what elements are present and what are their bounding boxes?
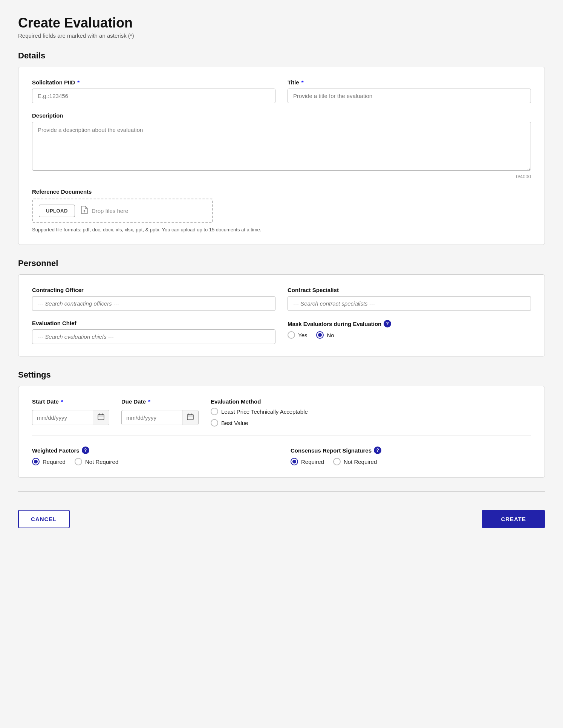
description-row: Description 0/4000	[32, 112, 531, 179]
evaluation-method-col: Evaluation Method Least Price Technicall…	[211, 398, 531, 427]
due-date-col: Due Date *	[121, 398, 199, 427]
start-date-required-star: *	[60, 398, 63, 405]
piid-required-star: *	[76, 79, 80, 86]
consensus-report-col: Consensus Report Signatures ? Required N…	[291, 447, 531, 465]
settings-top-row: Start Date * Due Date *	[32, 398, 531, 427]
weighted-required-option[interactable]: Required	[32, 458, 66, 465]
upload-drop-zone[interactable]: UPLOAD Drop files here	[32, 199, 213, 223]
weighted-factors-col: Weighted Factors ? Required Not Required	[32, 447, 272, 465]
consensus-report-help-icon[interactable]: ?	[374, 447, 381, 454]
settings-section-title: Settings	[18, 370, 545, 380]
title-input[interactable]	[288, 89, 531, 103]
due-date-input[interactable]	[122, 411, 182, 425]
contracting-officer-label: Contracting Officer	[32, 287, 275, 293]
details-section-title: Details	[18, 51, 545, 61]
details-card: Solicitation PIID * Title * Description …	[18, 67, 545, 245]
supported-formats-text: Supported file formats: pdf, doc, docx, …	[32, 227, 531, 232]
evaluation-chief-input[interactable]	[32, 329, 275, 344]
footer-divider	[18, 491, 545, 492]
start-date-calendar-button[interactable]	[93, 410, 109, 425]
mask-evaluators-radio-group: Yes No	[288, 331, 531, 339]
consensus-required-option[interactable]: Required	[291, 458, 324, 465]
due-date-required-star: *	[147, 398, 150, 405]
weighted-factors-help-icon[interactable]: ?	[82, 447, 89, 454]
description-textarea[interactable]	[32, 122, 531, 171]
officer-specialist-row: Contracting Officer Contract Specialist	[32, 287, 531, 311]
consensus-report-label: Consensus Report Signatures ?	[291, 447, 531, 454]
consensus-not-required-radio-circle[interactable]	[333, 458, 341, 465]
mask-evaluators-label: Mask Evaluators during Evaluation ?	[288, 320, 531, 327]
create-button[interactable]: CREATE	[482, 510, 545, 528]
contract-specialist-label: Contract Specialist	[288, 287, 531, 293]
drop-files-text: Drop files here	[92, 208, 129, 214]
description-label: Description	[32, 112, 531, 119]
title-required-star: *	[300, 79, 304, 86]
cancel-button[interactable]: CANCEL	[18, 510, 70, 528]
weighted-required-radio-circle[interactable]	[32, 458, 40, 465]
start-date-input[interactable]	[32, 411, 93, 425]
eval-best-value-radio-circle[interactable]	[211, 419, 218, 427]
title-label: Title *	[288, 79, 531, 86]
start-date-col: Start Date *	[32, 398, 109, 427]
evaluation-chief-label: Evaluation Chief	[32, 320, 275, 326]
mask-evaluators-no-option[interactable]: No	[316, 331, 334, 339]
start-date-input-wrap	[32, 410, 109, 425]
reference-documents-section: Reference Documents UPLOAD Drop files he…	[32, 188, 531, 232]
eval-method-lpta-option[interactable]: Least Price Technically Acceptable	[211, 408, 531, 415]
weighted-factors-label: Weighted Factors ?	[32, 447, 272, 454]
consensus-not-required-option[interactable]: Not Required	[333, 458, 377, 465]
weighted-not-required-option[interactable]: Not Required	[75, 458, 118, 465]
evaluation-chief-col: Evaluation Chief	[32, 320, 275, 344]
solicitation-piid-input[interactable]	[32, 89, 275, 103]
weighted-not-required-radio-circle[interactable]	[75, 458, 82, 465]
due-date-label: Due Date *	[121, 398, 199, 405]
eval-best-value-label: Best Value	[221, 420, 248, 426]
eval-lpta-radio-circle[interactable]	[211, 408, 218, 415]
mask-no-radio-circle[interactable]	[316, 331, 324, 339]
solicitation-piid-label: Solicitation PIID *	[32, 79, 275, 86]
mask-evaluators-col: Mask Evaluators during Evaluation ? Yes …	[288, 320, 531, 344]
description-counter: 0/4000	[32, 174, 531, 179]
page-subtitle: Required fields are marked with an aster…	[18, 32, 545, 39]
eval-method-best-value-option[interactable]: Best Value	[211, 419, 531, 427]
page-title: Create Evaluation	[18, 15, 545, 31]
svg-rect-0	[98, 414, 104, 420]
svg-rect-1	[187, 414, 193, 420]
chief-mask-row: Evaluation Chief Mask Evaluators during …	[32, 320, 531, 344]
mask-evaluators-help-icon[interactable]: ?	[384, 320, 391, 327]
mask-evaluators-yes-option[interactable]: Yes	[288, 331, 307, 339]
contracting-officer-col: Contracting Officer	[32, 287, 275, 311]
consensus-report-radio-group: Required Not Required	[291, 458, 531, 465]
contract-specialist-col: Contract Specialist	[288, 287, 531, 311]
drop-text-area: Drop files here	[80, 205, 129, 216]
solicitation-piid-col: Solicitation PIID *	[32, 79, 275, 103]
due-date-input-wrap	[121, 410, 199, 425]
consensus-required-radio-circle[interactable]	[291, 458, 298, 465]
upload-button[interactable]: UPLOAD	[39, 205, 75, 217]
contract-specialist-input[interactable]	[288, 296, 531, 311]
mask-yes-radio-circle[interactable]	[288, 331, 295, 339]
evaluation-method-label: Evaluation Method	[211, 398, 531, 405]
weighted-factors-radio-group: Required Not Required	[32, 458, 272, 465]
eval-lpta-label: Least Price Technically Acceptable	[221, 408, 308, 415]
file-upload-icon	[80, 205, 89, 216]
settings-card: Start Date * Due Date *	[18, 386, 545, 478]
start-date-label: Start Date *	[32, 398, 109, 405]
settings-divider	[32, 436, 531, 436]
reference-docs-label: Reference Documents	[32, 188, 531, 195]
contracting-officer-input[interactable]	[32, 296, 275, 311]
personnel-section-title: Personnel	[18, 258, 545, 268]
evaluation-method-options: Least Price Technically Acceptable Best …	[211, 408, 531, 427]
personnel-card: Contracting Officer Contract Specialist …	[18, 274, 545, 356]
title-col: Title *	[288, 79, 531, 103]
footer: CANCEL CREATE	[18, 501, 545, 537]
due-date-calendar-button[interactable]	[182, 410, 198, 425]
weighted-consensus-row: Weighted Factors ? Required Not Required…	[32, 447, 531, 465]
piid-title-row: Solicitation PIID * Title *	[32, 79, 531, 103]
